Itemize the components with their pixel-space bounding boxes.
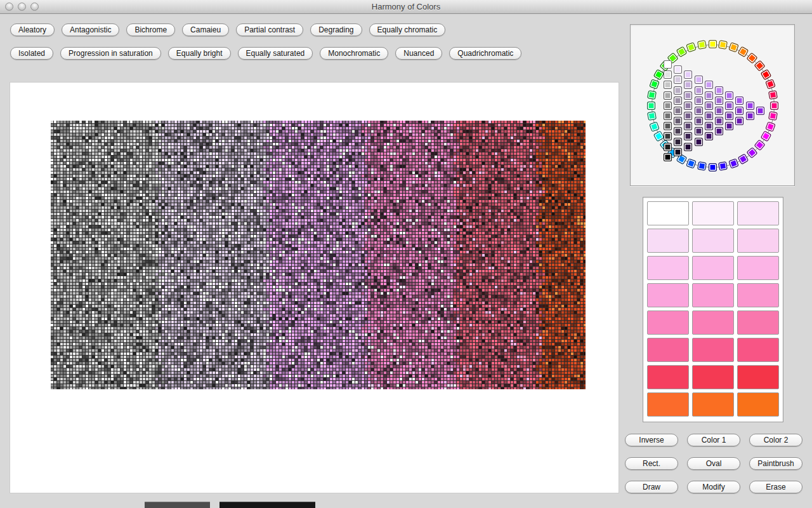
palette-swatch[interactable] <box>647 392 689 417</box>
hue-swatch[interactable] <box>647 90 657 100</box>
shade-swatch[interactable] <box>705 122 713 130</box>
palette-swatch[interactable] <box>692 256 734 280</box>
palette-swatch[interactable] <box>692 311 734 335</box>
palette-swatch[interactable] <box>692 229 734 253</box>
palette-swatch[interactable] <box>692 392 734 417</box>
palette-swatch[interactable] <box>647 365 689 389</box>
shade-swatch[interactable] <box>695 76 703 84</box>
shade-swatch[interactable] <box>735 107 743 115</box>
shade-swatch[interactable] <box>705 112 713 120</box>
shade-swatch[interactable] <box>664 122 672 130</box>
shade-swatch[interactable] <box>735 117 743 125</box>
tool-button-inverse[interactable]: Inverse <box>625 434 678 446</box>
palette-swatch[interactable] <box>737 365 779 389</box>
shade-swatch[interactable] <box>674 127 682 135</box>
shade-swatch[interactable] <box>674 97 682 105</box>
shade-swatch[interactable] <box>684 91 692 100</box>
tool-button-modify[interactable]: Modify <box>687 481 740 493</box>
shade-swatch[interactable] <box>674 76 682 84</box>
shade-swatch[interactable] <box>664 70 672 79</box>
shade-swatch[interactable] <box>664 153 672 161</box>
drawing-canvas[interactable] <box>10 83 619 493</box>
hue-swatch[interactable] <box>770 102 778 110</box>
shade-swatch[interactable] <box>684 122 692 130</box>
hue-swatch[interactable] <box>697 40 707 50</box>
shade-swatch[interactable] <box>695 97 703 105</box>
shade-swatch[interactable] <box>664 91 672 100</box>
shade-swatch[interactable] <box>715 107 723 115</box>
palette-swatch[interactable] <box>647 311 689 335</box>
hue-swatch[interactable] <box>709 163 717 171</box>
palette-swatch[interactable] <box>737 256 779 280</box>
palette-swatch[interactable] <box>647 283 689 307</box>
palette-swatch[interactable] <box>737 311 779 335</box>
shade-swatch[interactable] <box>664 112 672 120</box>
harmony-button-equally-bright[interactable]: Equally bright <box>168 47 231 60</box>
shade-swatch[interactable] <box>725 91 733 100</box>
tool-button-rect-[interactable]: Rect. <box>625 457 678 470</box>
harmony-button-quadrichromatic[interactable]: Quadrichromatic <box>449 47 521 60</box>
harmony-button-equally-saturated[interactable]: Equally saturated <box>238 47 313 60</box>
shade-swatch[interactable] <box>725 102 733 110</box>
shade-swatch[interactable] <box>674 138 682 146</box>
hue-swatch[interactable] <box>718 40 728 50</box>
tool-button-paintbrush[interactable]: Paintbrush <box>749 457 802 470</box>
shade-swatch[interactable] <box>695 127 703 135</box>
harmony-button-equally-chromatic[interactable]: Equally chromatic <box>369 23 446 36</box>
hue-swatch[interactable] <box>768 90 778 100</box>
shade-swatch[interactable] <box>715 127 723 135</box>
tool-button-color-1[interactable]: Color 1 <box>687 434 740 446</box>
harmony-button-antagonistic[interactable]: Antagonistic <box>62 23 119 36</box>
color-wheel[interactable] <box>631 25 794 185</box>
shade-swatch[interactable] <box>705 81 713 89</box>
shade-swatch[interactable] <box>705 102 713 110</box>
palette-swatch[interactable] <box>692 283 734 307</box>
shade-swatch[interactable] <box>695 86 703 95</box>
shade-swatch[interactable] <box>664 60 672 69</box>
palette-swatch[interactable] <box>647 338 689 362</box>
harmony-button-nuanced[interactable]: Nuanced <box>395 47 442 60</box>
hue-swatch[interactable] <box>697 161 707 171</box>
shade-swatch[interactable] <box>674 117 682 125</box>
tool-button-erase[interactable]: Erase <box>749 481 802 493</box>
shade-swatch[interactable] <box>705 132 713 140</box>
shade-swatch[interactable] <box>705 91 713 100</box>
shade-swatch[interactable] <box>664 143 672 151</box>
palette-swatch[interactable] <box>647 201 689 225</box>
tool-button-oval[interactable]: Oval <box>687 457 740 470</box>
palette-swatch[interactable] <box>737 283 779 307</box>
palette-swatch[interactable] <box>692 338 734 362</box>
harmony-button-aleatory[interactable]: Aleatory <box>10 23 55 36</box>
palette-swatch[interactable] <box>692 201 734 225</box>
shade-swatch[interactable] <box>674 86 682 95</box>
hue-swatch[interactable] <box>647 111 657 121</box>
hue-swatch[interactable] <box>718 161 728 171</box>
shade-swatch[interactable] <box>684 81 692 89</box>
shade-swatch[interactable] <box>746 112 754 120</box>
hue-swatch[interactable] <box>647 102 655 110</box>
palette-swatch[interactable] <box>737 201 779 225</box>
shade-swatch[interactable] <box>664 132 672 140</box>
shade-swatch[interactable] <box>674 65 682 74</box>
shade-swatch[interactable] <box>684 143 692 151</box>
shade-swatch[interactable] <box>725 112 733 120</box>
palette-swatch[interactable] <box>737 338 779 362</box>
harmony-button-monochromatic[interactable]: Monochromatic <box>320 47 388 60</box>
palette-swatch[interactable] <box>647 256 689 280</box>
shade-swatch[interactable] <box>695 117 703 125</box>
palette-swatch[interactable] <box>737 392 779 417</box>
shade-swatch[interactable] <box>756 107 764 115</box>
harmony-button-bichrome[interactable]: Bichrome <box>126 23 175 36</box>
shade-swatch[interactable] <box>735 97 743 105</box>
shade-swatch[interactable] <box>684 112 692 120</box>
shade-swatch[interactable] <box>674 148 682 156</box>
harmony-button-camaieu[interactable]: Camaieu <box>182 23 229 36</box>
shade-swatch[interactable] <box>695 138 703 146</box>
hue-swatch[interactable] <box>768 111 778 121</box>
palette-swatch[interactable] <box>737 229 779 253</box>
shade-swatch[interactable] <box>715 117 723 125</box>
harmony-button-isolated[interactable]: Isolated <box>10 47 53 60</box>
harmony-button-partial-contrast[interactable]: Partial contrast <box>236 23 303 36</box>
tool-button-draw[interactable]: Draw <box>625 481 678 493</box>
shade-swatch[interactable] <box>664 81 672 89</box>
